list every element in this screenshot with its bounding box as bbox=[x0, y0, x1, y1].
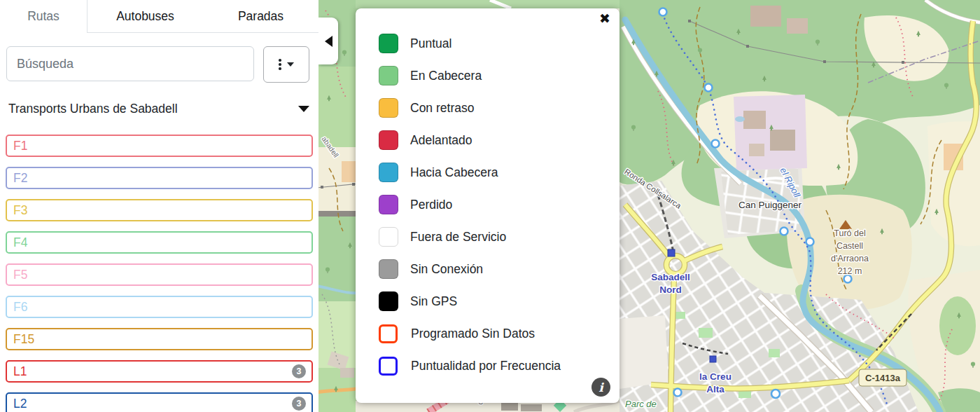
legend-swatch bbox=[379, 34, 398, 53]
route-label: L1 bbox=[13, 364, 27, 379]
route-item[interactable]: L1 3 bbox=[6, 360, 313, 383]
station-label-sabadell-nord-2: Nord bbox=[659, 284, 682, 295]
tab-bar: Rutas Autobuses Paradas bbox=[0, 0, 318, 33]
agency-header[interactable]: Transports Urbans de Sabadell bbox=[8, 102, 309, 116]
legend-item: Con retraso bbox=[356, 92, 620, 124]
legend-label: Perdido bbox=[410, 198, 452, 212]
legend-item: Adelantado bbox=[356, 124, 620, 156]
road-ref-label: C-1413a bbox=[865, 373, 901, 383]
place-label-la-creu-alta-1: la Creu bbox=[699, 371, 732, 382]
route-item[interactable]: F15 bbox=[6, 328, 313, 350]
vertical-ellipsis-icon bbox=[279, 59, 281, 70]
agency-title: Transports Urbans de Sabadell bbox=[8, 102, 178, 116]
route-label: F1 bbox=[13, 139, 27, 153]
route-label: F2 bbox=[13, 171, 27, 186]
route-item[interactable]: F3 bbox=[6, 199, 313, 221]
legend-label: Sin Conexión bbox=[410, 262, 483, 277]
route-item[interactable]: F4 bbox=[6, 231, 313, 254]
legend-swatch bbox=[379, 227, 398, 247]
peak-label-line3: d'Arraona bbox=[831, 254, 869, 263]
peak-label-line4: 212 m bbox=[838, 266, 862, 276]
legend-swatch bbox=[379, 163, 398, 182]
legend-item: Puntual bbox=[356, 27, 620, 60]
legend-label: Puntualidad por Frecuencia bbox=[411, 359, 561, 373]
legend-items: Puntual En Cabecera Con retraso Adelanta… bbox=[356, 27, 620, 382]
search-row bbox=[6, 46, 309, 83]
legend-item: Sin GPS bbox=[356, 285, 620, 317]
route-list: F1 F2 F3 F4 F5 F6 F15 L1 3 L2 3 bbox=[6, 135, 313, 412]
route-label: F6 bbox=[13, 300, 27, 315]
legend-swatch bbox=[379, 195, 398, 214]
tab-rutas[interactable]: Rutas bbox=[0, 0, 87, 33]
legend-label: Adelantado bbox=[410, 133, 472, 148]
route-item[interactable]: F1 bbox=[6, 135, 313, 157]
park-label-parc-de: Parc de bbox=[625, 399, 657, 409]
legend-label: Programado Sin Datos bbox=[411, 327, 535, 341]
legend-label: Con retraso bbox=[410, 101, 474, 116]
route-item[interactable]: L2 3 bbox=[6, 392, 313, 412]
legend-label: Hacia Cabecera bbox=[410, 165, 498, 180]
legend-label: Puntual bbox=[410, 36, 451, 51]
tab-paradas[interactable]: Paradas bbox=[203, 0, 318, 33]
search-options-button[interactable] bbox=[263, 46, 309, 83]
route-label: F4 bbox=[13, 235, 27, 250]
legend-label: Sin GPS bbox=[410, 294, 457, 309]
legend-swatch bbox=[379, 259, 398, 279]
map-top-strip bbox=[356, 0, 620, 8]
tab-autobuses[interactable]: Autobuses bbox=[87, 0, 203, 33]
legend-item: Perdido bbox=[356, 188, 620, 221]
legend-item: Sin Conexión bbox=[356, 253, 620, 285]
chevron-down-icon bbox=[287, 62, 294, 67]
legend-swatch bbox=[379, 357, 398, 376]
place-label-la-creu-alta-2: Alta bbox=[706, 384, 724, 394]
peak-label-line2: Castell bbox=[836, 241, 863, 251]
route-item[interactable]: F2 bbox=[6, 167, 313, 189]
legend-item: Programado Sin Datos bbox=[356, 317, 620, 350]
route-item[interactable]: F6 bbox=[6, 296, 313, 318]
route-badge: 3 bbox=[292, 364, 306, 378]
legend-item: En Cabecera bbox=[356, 60, 620, 92]
search-input[interactable] bbox=[6, 46, 254, 81]
route-label: F3 bbox=[13, 203, 27, 218]
legend-item: Puntualidad por Frecuencia bbox=[356, 350, 620, 382]
legend-item: Hacia Cabecera bbox=[356, 156, 620, 188]
chevron-left-icon bbox=[325, 36, 332, 47]
legend-label: Fuera de Servicio bbox=[410, 230, 506, 245]
route-label: F15 bbox=[13, 332, 34, 347]
place-label-can-puiggener: Can Puiggener bbox=[738, 200, 802, 210]
sidebar: Rutas Autobuses Paradas Transports Urban… bbox=[0, 0, 318, 412]
route-label: F5 bbox=[13, 268, 27, 282]
legend-swatch bbox=[379, 291, 398, 311]
route-item[interactable]: F5 bbox=[6, 263, 313, 286]
route-label: L2 bbox=[13, 397, 27, 411]
legend-panel: ✖ Puntual En Cabecera Con retraso Adelan… bbox=[356, 8, 620, 403]
legend-swatch bbox=[379, 98, 398, 118]
station-label-sabadell-nord-1: Sabadell bbox=[651, 272, 690, 282]
sidebar-collapse-handle[interactable] bbox=[318, 18, 338, 64]
legend-swatch bbox=[379, 130, 398, 150]
legend-label: En Cabecera bbox=[410, 69, 482, 83]
chevron-down-icon bbox=[298, 106, 309, 112]
close-icon[interactable]: ✖ bbox=[599, 12, 610, 25]
road-shield-c1413a: C-1413a bbox=[859, 369, 906, 386]
info-icon[interactable]: i bbox=[592, 378, 610, 397]
peak-label-line1: Turó del bbox=[834, 228, 865, 238]
legend-item: Fuera de Servicio bbox=[356, 221, 620, 253]
route-badge: 3 bbox=[292, 397, 306, 411]
legend-swatch bbox=[379, 66, 398, 85]
legend-swatch bbox=[379, 324, 398, 343]
